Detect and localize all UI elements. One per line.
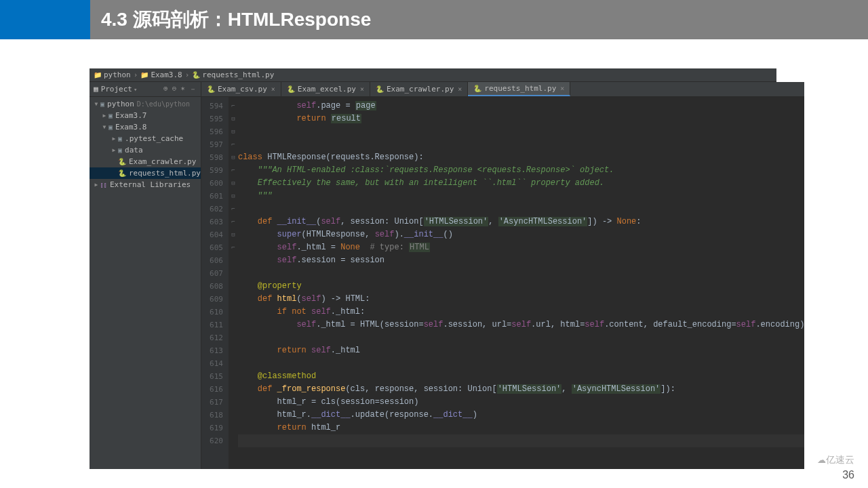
tree-node[interactable]: ▶▣.pytest_cache [90, 133, 201, 144]
editor-tab[interactable]: 🐍Exam_crawler.py× [370, 82, 468, 96]
tree-node[interactable]: ▶▣Exam3.7 [90, 110, 201, 121]
code-line[interactable]: if not self._html: [238, 306, 804, 319]
tree-node-label: Exam_crawler.py [129, 157, 196, 166]
project-tree: ▼ ▣ python D:\edu\python ▶▣Exam3.7▼▣Exam… [90, 97, 201, 192]
fold-marker[interactable]: ⊟ [229, 113, 238, 125]
project-panel-header[interactable]: ▦ Project ▾ ⊕ ⊖ ✶ － [90, 82, 201, 97]
code-line[interactable] [238, 267, 804, 280]
code-line[interactable]: @property [238, 280, 804, 293]
code-line[interactable] [238, 203, 804, 216]
close-icon[interactable]: × [271, 85, 275, 93]
settings-gear-icon[interactable]: ✶ [180, 84, 185, 94]
chevron-right-icon: ▶ [92, 182, 100, 188]
code-line[interactable]: return self._html [238, 344, 804, 357]
line-number: 598 [201, 151, 223, 164]
code-line[interactable] [238, 357, 804, 370]
code-line[interactable]: self.session = session [238, 254, 804, 267]
python-file-icon: 🐍 [118, 158, 126, 165]
folder-icon: 📁 [140, 71, 149, 79]
scroll-from-source-icon[interactable]: ⊖ [172, 84, 177, 94]
tree-node-label: .pytest_cache [125, 134, 183, 143]
breadcrumb-file: requests_html.py [202, 70, 274, 79]
code-line[interactable]: @classmethod [238, 370, 804, 383]
editor-tab[interactable]: 🐍requests_html.py× [468, 82, 570, 96]
code-line[interactable] [238, 331, 804, 344]
hide-panel-icon[interactable]: － [189, 84, 197, 94]
code-line[interactable]: self._html = HTML(session=self.session, … [238, 319, 804, 331]
tree-root-label: python [107, 100, 134, 108]
python-file-icon: 🐍 [207, 85, 215, 93]
chevron-right-icon: ▶ [110, 147, 118, 153]
breadcrumb[interactable]: 📁 python › 📁 Exam3.8 › 🐍 requests_html.p… [90, 68, 776, 82]
collapse-icon[interactable]: ⊕ [163, 84, 168, 94]
python-file-icon: 🐍 [473, 85, 481, 92]
project-dropdown-icon[interactable]: ▦ [94, 85, 98, 94]
code-line[interactable]: html_r = cls(session=session) [238, 396, 804, 409]
code-line[interactable]: self.page = page [238, 100, 804, 113]
fold-marker[interactable]: ⌐ [229, 164, 238, 177]
line-number: 620 [201, 434, 223, 447]
line-number: 607 [201, 267, 223, 280]
code-line[interactable]: class HTMLResponse(requests.Response): [238, 151, 804, 164]
tree-node[interactable]: ▼▣Exam3.8 [90, 121, 201, 133]
fold-marker[interactable]: ⊟ [229, 228, 238, 241]
code-line[interactable]: """ [238, 190, 804, 203]
fold-marker[interactable]: ⌐ [229, 241, 238, 254]
folder-icon: ▣ [108, 112, 113, 119]
line-number: 617 [201, 396, 223, 409]
fold-marker[interactable]: ⌐ [229, 203, 238, 216]
chevron-down-icon[interactable]: ▾ [134, 86, 137, 93]
line-number: 605 [201, 241, 223, 254]
code-line[interactable]: self._html = None # type: HTML [238, 241, 804, 254]
code-line[interactable]: Effectively the same, but with an intell… [238, 177, 804, 190]
tree-node[interactable]: ▶▣data [90, 144, 201, 156]
fold-marker[interactable]: ⊟ [229, 125, 238, 138]
close-icon[interactable]: × [458, 85, 462, 93]
fold-marker[interactable]: ⌐ [229, 138, 238, 151]
line-number: 614 [201, 357, 223, 370]
watermark: ☁亿速云 [817, 454, 854, 466]
folder-icon: 📁 [94, 71, 102, 79]
fold-marker[interactable]: ⊟ [229, 151, 238, 164]
tree-root[interactable]: ▼ ▣ python D:\edu\python [90, 98, 201, 110]
fold-marker[interactable]: ⊟ [229, 190, 238, 203]
editor-tab[interactable]: 🐍Exam_csv.py× [201, 82, 281, 96]
header-accent-block [0, 0, 90, 39]
fold-marker[interactable]: ⊟ [229, 177, 238, 190]
code-line[interactable]: return result [238, 113, 804, 125]
line-number: 610 [201, 306, 223, 319]
code-line[interactable]: def html(self) -> HTML: [238, 293, 804, 306]
tab-label: Exam_crawler.py [387, 85, 454, 94]
close-icon[interactable]: × [560, 85, 564, 92]
code-line[interactable]: super(HTMLResponse, self).__init__() [238, 228, 804, 241]
chevron-right-icon: › [134, 70, 138, 79]
code-line[interactable]: html_r.__dict__.update(response.__dict__… [238, 409, 804, 422]
library-icon: ⫿⫿ [100, 181, 107, 188]
code-line[interactable] [238, 125, 804, 138]
editor-tab[interactable]: 🐍Exam_excel.py× [281, 82, 370, 96]
tree-node[interactable]: 🐍requests_html.py [90, 167, 201, 179]
chevron-right-icon: ▶ [110, 136, 118, 142]
line-number: 616 [201, 383, 223, 396]
tree-node[interactable]: 🐍Exam_crawler.py [90, 156, 201, 167]
fold-column[interactable]: ⌐ ⊟⊟ ⌐ ⊟ ⌐ ⊟⊟⌐ ⌐ ⊟ ⌐ [229, 97, 238, 469]
code-area[interactable]: 5945955965975985996006016026036046056066… [201, 97, 804, 469]
fold-marker[interactable]: ⌐ [229, 216, 238, 228]
python-file-icon: 🐍 [287, 85, 295, 93]
code-line[interactable]: def _from_response(cls, response, sessio… [238, 383, 804, 396]
folder-icon: ▣ [118, 135, 122, 142]
code-line[interactable]: def __init__(self, session: Union['HTMLS… [238, 216, 804, 228]
code-line[interactable]: """An HTML-enabled :class:`requests.Resp… [238, 164, 804, 177]
line-number: 600 [201, 177, 223, 190]
tree-node-label: Exam3.7 [115, 111, 146, 120]
code-line[interactable]: return html_r [238, 422, 804, 434]
code-content[interactable]: self.page = page return result class HTM… [238, 97, 804, 469]
python-file-icon: 🐍 [118, 169, 126, 177]
tab-label: Exam_excel.py [298, 85, 356, 94]
fold-marker[interactable]: ⌐ [229, 100, 238, 113]
line-number: 596 [201, 125, 223, 138]
close-icon[interactable]: × [360, 85, 364, 93]
tree-external-libraries[interactable]: ▶ ⫿⫿ External Libraries [90, 179, 201, 190]
code-line[interactable] [238, 434, 804, 447]
code-line[interactable] [238, 138, 804, 151]
